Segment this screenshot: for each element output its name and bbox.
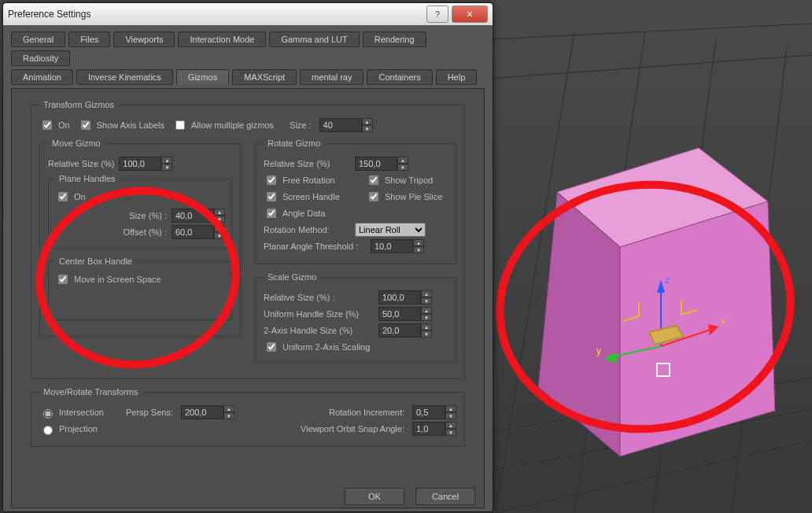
spin-persp[interactable]: ▲▼ [181, 405, 234, 419]
tab-body: Transform Gizmos On Show Axis Labels All… [11, 88, 485, 508]
tab-viewports[interactable]: Viewports [113, 31, 175, 47]
spin-scale-uhs[interactable]: ▲▼ [378, 307, 432, 321]
spin-scale-a2[interactable]: ▲▼ [378, 323, 432, 338]
group-center-box: Center Box Handle Move in Screen Space [48, 256, 232, 320]
tab-gamma-lut[interactable]: Gamma and LUT [269, 31, 359, 47]
ck-tripod[interactable]: Show Tripod [366, 173, 433, 187]
group-move-rotate-transforms: Move/Rotate Transforms Intersection Pers… [31, 387, 465, 447]
legend-scale: Scale Gizmo [264, 272, 320, 282]
spin-rot-inc[interactable]: ▲▼ [412, 405, 456, 419]
tab-animation[interactable]: Animation [11, 69, 73, 85]
tab-containers[interactable]: Containers [367, 69, 432, 85]
svg-line-8 [732, 47, 787, 513]
ck-free-rot[interactable]: Free Rotation [264, 173, 358, 187]
legend-center: Center Box Handle [55, 256, 136, 266]
ck-plane-on[interactable]: On [55, 190, 225, 204]
tab-general[interactable]: General [11, 31, 65, 47]
radio-projection[interactable]: Projection [39, 423, 118, 435]
spin-orbit[interactable]: ▲▼ [412, 422, 456, 436]
ck-allow-multi[interactable]: Allow multiple gizmos [172, 118, 274, 132]
dialog-footer: OK Cancel [345, 488, 475, 505]
select-rot-method[interactable]: Linear Roll [355, 223, 426, 237]
lbl-rot-rel: Relative Size (%) [264, 159, 350, 168]
spin-rot-rel[interactable]: ▲▼ [355, 157, 408, 171]
lbl-orbit: Viewport Orbit Snap Angle: [263, 424, 404, 434]
window-title: Preference Settings [8, 9, 423, 20]
spin-move-rel[interactable]: ▲▼ [119, 157, 172, 171]
ck-pie-slice[interactable]: Show Pie Slice [366, 190, 442, 204]
lbl-move-rel: Relative Size (%) [48, 159, 114, 168]
spin-plane-size[interactable]: ▲▼ [172, 209, 225, 223]
help-button[interactable]: ? [426, 6, 448, 23]
tab-row-2: Animation Inverse Kinematics Gizmos MAXS… [3, 69, 493, 88]
lbl-rot-method: Rotation Method: [264, 225, 350, 234]
tab-row-1: General Files Viewports Interaction Mode… [3, 25, 493, 69]
group-rotate-gizmo: Rotate Gizmo Relative Size (%) ▲▼ Free R… [255, 138, 456, 264]
preference-settings-dialog: Preference Settings ? × General Files Vi… [2, 2, 493, 512]
legend-transform: Transform Gizmos [39, 100, 118, 109]
group-transform-gizmos: Transform Gizmos On Show Axis Labels All… [31, 100, 465, 379]
tab-help[interactable]: Help [436, 69, 478, 85]
lbl-size: Size : [290, 120, 312, 130]
legend-move: Move Gizmo [48, 138, 105, 148]
ck-center-move[interactable]: Move in Screen Space [55, 272, 225, 286]
tab-rendering[interactable]: Rendering [363, 31, 426, 47]
group-plane-handles: Plane Handles On Size (%) : ▲▼ Offset (%… [48, 174, 232, 249]
svg-line-4 [488, 24, 812, 39]
lbl-plane-offset: Offset (%) : [124, 227, 167, 237]
ck-angle-data[interactable]: Angle Data [264, 206, 325, 220]
svg-line-5 [496, 31, 574, 513]
legend-plane: Plane Handles [55, 174, 120, 183]
close-button[interactable]: × [452, 6, 488, 23]
radio-intersection[interactable]: Intersection [39, 407, 118, 419]
tab-ik[interactable]: Inverse Kinematics [76, 69, 173, 85]
svg-line-7 [653, 39, 716, 513]
ck-show-axis[interactable]: Show Axis Labels [78, 118, 164, 132]
group-move-gizmo: Move Gizmo Relative Size (%) ▲▼ Plane Ha… [39, 138, 241, 337]
svg-line-3 [488, 55, 812, 79]
svg-line-6 [574, 31, 645, 513]
ok-button[interactable]: OK [345, 488, 404, 505]
tab-mental-ray[interactable]: mental ray [300, 69, 364, 85]
spin-plane-offset[interactable]: ▲▼ [172, 225, 225, 239]
lbl-scale-uhs: Uniform Handle Size (%) [264, 309, 374, 319]
ck-screen-handle[interactable]: Screen Handle [264, 190, 358, 204]
legend-mr: Move/Rotate Transforms [39, 387, 142, 397]
lbl-persp: Persp Sens: [126, 408, 173, 417]
group-scale-gizmo: Scale Gizmo Relative Size (%) :▲▼ Unifor… [255, 272, 456, 363]
lbl-scale-rel: Relative Size (%) : [264, 293, 374, 302]
lbl-scale-a2: 2-Axis Handle Size (%) [264, 326, 374, 335]
titlebar[interactable]: Preference Settings ? × [3, 3, 493, 25]
ck-uniform-2axis[interactable]: Uniform 2-Axis Scaling [264, 340, 448, 354]
tab-gizmos[interactable]: Gizmos [176, 69, 229, 85]
spin-transform-size[interactable]: ▲▼ [319, 118, 373, 132]
spin-up-icon[interactable]: ▲ [362, 118, 373, 125]
tab-interaction-mode[interactable]: Interaction Mode [178, 31, 266, 47]
lbl-plane-size: Size (%) : [129, 211, 167, 220]
spin-down-icon[interactable]: ▼ [362, 125, 373, 132]
legend-rotate: Rotate Gizmo [264, 138, 324, 148]
tab-radiosity[interactable]: Radiosity [11, 50, 70, 66]
cancel-button[interactable]: Cancel [415, 488, 475, 505]
ck-on[interactable]: On [39, 118, 70, 132]
spin-planar[interactable]: ▲▼ [371, 239, 424, 253]
lbl-planar: Planar Angle Threshold : [264, 242, 366, 251]
spin-scale-rel[interactable]: ▲▼ [378, 290, 432, 304]
tab-maxscript[interactable]: MAXScript [232, 69, 297, 85]
tab-files[interactable]: Files [68, 31, 110, 47]
lbl-rot-inc: Rotation Increment: [286, 408, 404, 417]
